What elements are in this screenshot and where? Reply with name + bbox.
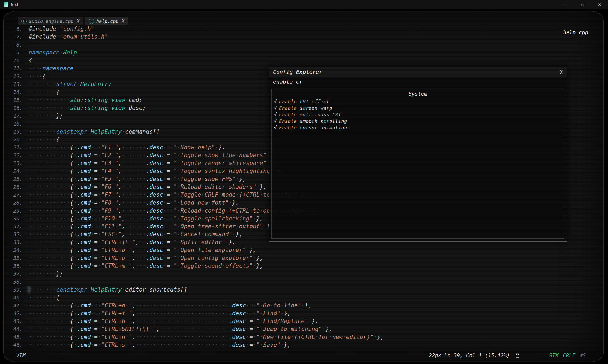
option-text: CR	[300, 99, 306, 104]
code-token: Cancel	[180, 231, 201, 238]
code-token: ·	[201, 263, 205, 269]
code-token: ···	[136, 255, 146, 261]
code-token: "CTRL+SHIFT+\\	[101, 326, 149, 332]
code-token: ·	[170, 247, 174, 253]
code-token: ············	[29, 168, 70, 174]
close-button[interactable]: ✕	[591, 0, 608, 9]
code-line[interactable]: 7.#include·"enum-utils.h"	[4, 33, 603, 41]
code-token: "	[129, 302, 132, 309]
config-option[interactable]: √Enable cursor animations	[272, 125, 564, 131]
code-line[interactable]: 36.············{·.cmd·=·"CTRL+m·",···.de…	[4, 262, 603, 270]
code-line[interactable]: 39.········constexpr·HelpEntry·editor_sh…	[4, 286, 603, 294]
tab-help-cpp[interactable]: Chelp.cppX	[85, 17, 128, 25]
config-option[interactable]: √Enable CRT effect	[272, 98, 564, 105]
code-token: =	[167, 215, 170, 222]
code-line[interactable]: 38.	[4, 278, 603, 286]
app-window: fred — □ ✕ 6.#include·"config.h"7.#inclu…	[0, 0, 608, 364]
code-token: whitespace"	[229, 160, 267, 166]
tab-close-button[interactable]: X	[77, 19, 79, 24]
line-number: 27.	[4, 191, 29, 199]
config-option[interactable]: √Enable screen warp	[272, 105, 564, 111]
line-content: ············{·.cmd·=·"CTRL+g·",·········…	[29, 302, 312, 310]
code-token: ·	[56, 26, 60, 32]
tab-audio-engine-cpp[interactable]: Caudio-engine.cppX	[18, 17, 83, 25]
code-token: =	[167, 176, 170, 182]
code-token: ·	[170, 207, 174, 214]
code-line[interactable]: 44.············{·.cmd·=·"CTRL+SHIFT+\\·"…	[4, 325, 603, 333]
code-token: .cmd	[77, 199, 91, 206]
code-token: ········	[29, 89, 56, 95]
window-title: fred	[11, 2, 18, 7]
code-token: .cmd	[77, 168, 91, 174]
code-token: "CTRL+p	[101, 255, 125, 261]
code-line[interactable]: 34.············{·.cmd·=·"CTRL+o·",···.de…	[4, 246, 603, 254]
code-line[interactable]: 40.········{	[4, 294, 603, 302]
code-line[interactable]: 35.············{·.cmd·=·"CTRL+p·",···.de…	[4, 254, 603, 262]
code-token: ,	[118, 192, 122, 198]
code-token: Reload	[181, 207, 201, 214]
line-content: ············{·.cmd·=·"F8·",·······.desc·…	[29, 199, 239, 207]
code-token: explorer"	[222, 255, 253, 261]
code-token: ·	[125, 97, 129, 103]
code-token: {	[70, 192, 74, 198]
status-right-cluster: 22px Ln 39, Col 1 (15.42%) STXCRLFWS	[429, 352, 586, 358]
code-token: "CTRL+\\	[101, 239, 129, 245]
code-token: ·	[125, 334, 129, 340]
code-token: "	[173, 231, 177, 238]
code-line[interactable]: 41.············{·.cmd·=·"CTRL+g·",······…	[4, 302, 603, 310]
line-content: ····namespace	[29, 65, 73, 72]
code-token: {	[70, 334, 74, 340]
code-token: ·	[91, 207, 94, 214]
tab-close-button[interactable]: X	[122, 19, 124, 24]
code-token: HelpEntry	[91, 128, 122, 135]
code-token: {	[70, 326, 74, 332]
code-line[interactable]: 43.············{·.cmd·=·"CTRL+h·",······…	[4, 317, 603, 325]
code-token: =	[94, 223, 98, 230]
code-token: ········	[29, 271, 56, 277]
code-line[interactable]: 46.············{·.cmd·=·"CTRL+s·",······…	[4, 341, 603, 349]
code-token: ·	[215, 144, 218, 151]
code-token: {	[70, 176, 74, 182]
code-line[interactable]: 37.········};	[4, 270, 603, 278]
line-content: ············{·.cmd·=·"CTRL+s·",·········…	[29, 341, 291, 349]
code-token: ·	[170, 255, 174, 261]
line-number: 11.	[4, 65, 29, 72]
code-token: };	[56, 271, 63, 277]
code-token: "CTRL+o	[101, 247, 125, 253]
maximize-button[interactable]: □	[574, 0, 591, 9]
code-token: ·	[194, 255, 198, 261]
code-token: ···························	[136, 310, 229, 317]
code-token: ·	[163, 168, 167, 174]
code-token: Toggle	[181, 263, 201, 269]
code-token: =	[94, 144, 98, 151]
code-line[interactable]: 45.············{·.cmd·=·"CTRL+n·",······…	[4, 333, 603, 341]
config-explorer-close-button[interactable]: X	[560, 69, 563, 75]
line-content: ············{·.cmd·=·"CTRL+n·",·········…	[29, 333, 384, 341]
code-token: ·	[280, 310, 284, 317]
code-line[interactable]: 8.	[4, 41, 603, 49]
code-token: ·	[125, 318, 129, 324]
minimize-button[interactable]: —	[557, 0, 574, 9]
crt-screen: 6.#include·"config.h"7.#include·"enum-ut…	[0, 9, 608, 364]
code-token: Toggle	[181, 152, 201, 159]
config-option[interactable]: √Enable multi-pass CRT	[272, 111, 564, 118]
code-line[interactable]: 42.············{·.cmd·=·"CTRL+f·",······…	[4, 310, 603, 317]
code-token: .cmd	[77, 318, 91, 324]
code-token: .cmd	[77, 334, 91, 340]
code-line[interactable]: 9.namespace·Help	[4, 49, 603, 57]
code-token: ············	[29, 215, 70, 222]
code-line[interactable]: 6.#include·"config.h"	[4, 25, 603, 33]
code-token: =	[167, 168, 170, 174]
code-token: ·	[91, 334, 94, 340]
code-line[interactable]: 10.{	[4, 57, 603, 65]
code-token: "CTRL+h	[101, 318, 125, 324]
config-option[interactable]: √Enable smooth scrolling	[272, 118, 564, 125]
code-token: "F2	[101, 152, 112, 159]
code-token: ········	[29, 113, 56, 119]
code-token: ·	[98, 342, 101, 348]
config-search-input[interactable]: enable cr	[269, 77, 567, 86]
code-token: ·	[73, 342, 77, 348]
line-number: 26.	[4, 183, 29, 191]
code-token: sound	[205, 263, 222, 269]
code-token: ·	[98, 263, 101, 269]
